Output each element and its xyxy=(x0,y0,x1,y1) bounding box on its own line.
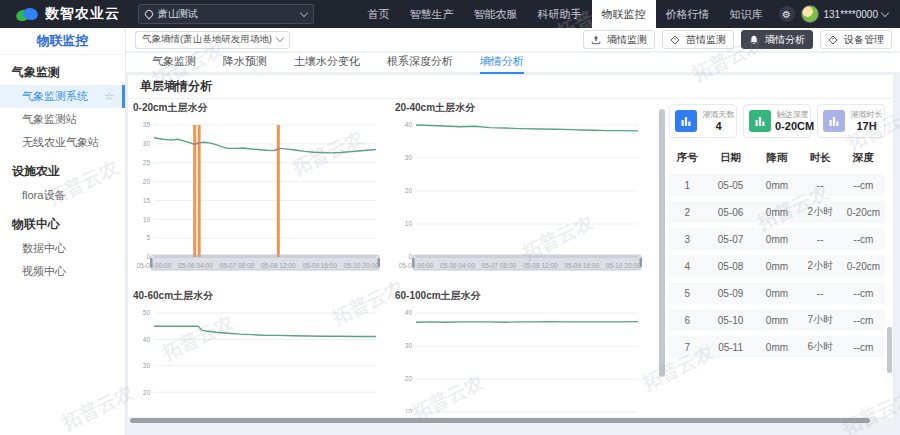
sidebar-item[interactable]: 气象监测站 xyxy=(0,108,125,131)
svg-text:0-20cm土层水分: 0-20cm土层水分 xyxy=(133,102,208,113)
svg-text:60-100cm土层水分: 60-100cm土层水分 xyxy=(395,290,482,301)
chevron-down-icon[interactable] xyxy=(881,8,889,16)
svg-text:40: 40 xyxy=(143,336,151,343)
svg-text:25: 25 xyxy=(143,159,151,166)
chart-60-100cm[interactable]: 60-100cm土层水分01020304005-05 00:0005-06 04… xyxy=(390,287,652,413)
table-cell: --cm xyxy=(842,234,885,245)
table-row[interactable]: 705-110mm6小时--cm xyxy=(669,336,885,358)
table-cell: 3 xyxy=(669,234,706,245)
tab[interactable]: 墒情分析 xyxy=(480,54,524,74)
nav-item[interactable]: 知识库 xyxy=(720,0,773,28)
stat-label: 灌溉天数 xyxy=(701,110,736,120)
svg-text:20: 20 xyxy=(405,187,413,194)
table-row[interactable]: 105-050mm----cm xyxy=(669,174,885,196)
table-cell: --cm xyxy=(842,288,885,299)
nav-item[interactable]: 物联监控 xyxy=(592,0,656,28)
chevron-down-icon xyxy=(300,8,308,16)
stat-value: 0-20CM xyxy=(775,120,810,133)
table-row[interactable]: 305-070mm----cm xyxy=(669,228,885,250)
bar-chart-icon xyxy=(823,110,845,132)
nav-item[interactable]: 首页 xyxy=(358,0,400,28)
table-cell: 4 xyxy=(669,261,706,272)
user-phone: 131****0000 xyxy=(824,9,879,20)
bell-icon xyxy=(749,35,762,45)
gear-icon[interactable]: ⚙ xyxy=(779,6,795,22)
toolbar-button[interactable]: 设备管理 xyxy=(820,30,892,49)
sidebar-item[interactable]: 视频中心 xyxy=(0,260,125,283)
stat-value: 17H xyxy=(849,120,884,133)
sidebar-item[interactable]: 无线农业气象站 xyxy=(0,131,125,154)
nav-item[interactable]: 智慧生产 xyxy=(400,0,464,28)
device-select[interactable]: 气象墒情(萧山基地研发用场地) xyxy=(135,31,290,49)
tab[interactable]: 根系深度分析 xyxy=(387,54,453,72)
table-cell: 0mm xyxy=(755,288,798,299)
irrigation-table: 序号日期降雨时长深度 105-050mm----cm205-060mm2小时0-… xyxy=(669,147,885,358)
panel-vertical-scrollbar[interactable] xyxy=(887,327,892,373)
nav-item[interactable]: 科研助手 xyxy=(528,0,592,28)
svg-text:40-60cm土层水分: 40-60cm土层水分 xyxy=(133,290,214,301)
sidebar-section-header[interactable]: 设施农业 xyxy=(0,154,125,184)
device-select-value: 气象墒情(萧山基地研发用场地) xyxy=(142,33,272,46)
svg-text:05-09 16:00: 05-09 16:00 xyxy=(302,262,337,269)
chart-20-40cm[interactable]: 20-40cm土层水分01020304005-05 00:0005-06 04:… xyxy=(390,99,652,287)
toolbar-button[interactable]: 苗情监测 xyxy=(662,30,734,49)
location-select[interactable]: 萧山测试 xyxy=(138,4,314,24)
svg-text:40: 40 xyxy=(405,121,413,128)
table-cell: 0mm xyxy=(755,234,798,245)
toolbar-button[interactable]: 墒情监测 xyxy=(583,30,655,49)
table-cell: 2 xyxy=(669,207,706,218)
sidebar-item[interactable]: 数据中心 xyxy=(0,237,125,260)
table-row[interactable]: 505-090mm----cm xyxy=(669,282,885,304)
svg-text:50: 50 xyxy=(143,309,151,316)
table-header-cell: 日期 xyxy=(706,151,756,165)
table-row[interactable]: 605-100mm7小时--cm xyxy=(669,309,885,331)
table-cell: 1 xyxy=(669,180,706,191)
table-cell: 05-11 xyxy=(706,342,756,353)
analysis-tabs: 气象监测降水预测土壤水分变化根系深度分析墒情分析 xyxy=(125,53,900,72)
app-title: 数智农业云 xyxy=(45,5,120,23)
sidebar-section-header[interactable]: 物联中心 xyxy=(0,207,125,237)
svg-text:20: 20 xyxy=(143,389,151,396)
table-cell: 0mm xyxy=(755,261,798,272)
table-cell: 0mm xyxy=(755,315,798,326)
upload-icon xyxy=(591,35,604,45)
toolbar-button-label: 墒情监测 xyxy=(607,33,647,47)
table-cell: 6小时 xyxy=(799,340,842,354)
horizontal-scrollbar[interactable] xyxy=(128,417,893,424)
svg-text:05-10 20:00: 05-10 20:00 xyxy=(606,262,641,269)
avatar[interactable] xyxy=(801,5,819,23)
svg-text:0: 0 xyxy=(408,253,412,260)
tag-icon xyxy=(828,35,841,45)
star-icon[interactable]: ☆ xyxy=(104,85,114,108)
chart-0-20cm[interactable]: 0-20cm土层水分0510152025303505-05 00:0005-06… xyxy=(128,99,390,287)
tab[interactable]: 降水预测 xyxy=(223,54,267,72)
nav-item[interactable]: 智能农服 xyxy=(464,0,528,28)
table-cell: 05-09 xyxy=(706,288,756,299)
sidebar-item[interactable]: 气象监测系统☆ xyxy=(0,85,125,108)
table-cell: --cm xyxy=(842,342,885,353)
svg-text:30: 30 xyxy=(405,154,413,161)
svg-text:10: 10 xyxy=(405,220,413,227)
sidebar-section-header[interactable]: 气象监测 xyxy=(0,55,125,85)
charts-vertical-scrollbar[interactable] xyxy=(658,99,667,417)
tab[interactable]: 气象监测 xyxy=(152,54,196,72)
table-row[interactable]: 205-060mm2小时0-20cm xyxy=(669,201,885,223)
tab[interactable]: 土壤水分变化 xyxy=(294,54,360,72)
nav-item[interactable]: 价格行情 xyxy=(656,0,720,28)
svg-text:20: 20 xyxy=(405,375,413,382)
table-cell: 7小时 xyxy=(799,313,842,327)
stat-card: 灌溉时长17H xyxy=(817,104,885,138)
table-cell: 0-20cm xyxy=(842,261,885,272)
svg-text:10: 10 xyxy=(405,408,413,413)
table-header-cell: 序号 xyxy=(669,151,706,165)
table-row[interactable]: 405-080mm2小时0-20cm xyxy=(669,255,885,277)
svg-text:10: 10 xyxy=(143,216,151,223)
table-cell: -- xyxy=(799,288,842,299)
table-cell: 0-20cm xyxy=(842,207,885,218)
chart-40-60cm[interactable]: 40-60cm土层水分0102030405005-05 00:0005-06 0… xyxy=(128,287,390,413)
svg-text:05-10 20:00: 05-10 20:00 xyxy=(344,262,379,269)
sidebar-item[interactable]: flora设备 xyxy=(0,184,125,207)
svg-text:05-05 00:00: 05-05 00:00 xyxy=(399,262,434,269)
toolbar-button[interactable]: 墒情分析 xyxy=(741,30,813,49)
device-toolbar: 气象墒情(萧山基地研发用场地) 墒情监测苗情监测墒情分析设备管理 xyxy=(125,28,900,51)
